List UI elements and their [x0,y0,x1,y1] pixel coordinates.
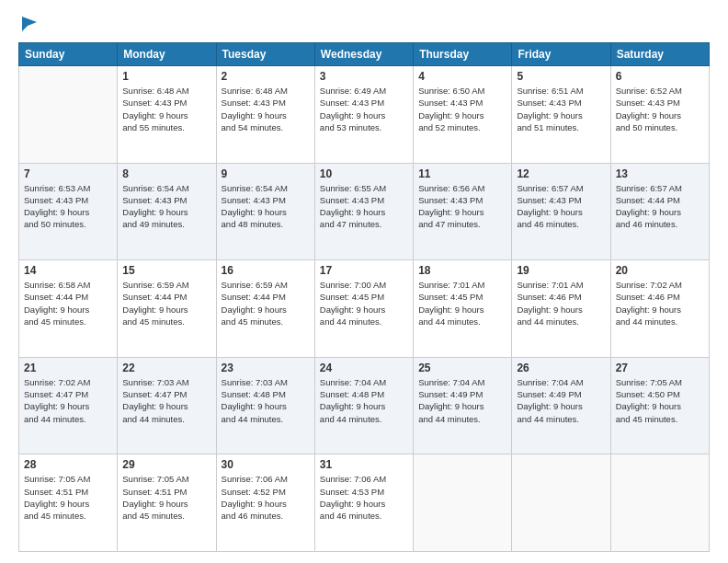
day-info: Sunrise: 7:01 AMSunset: 4:45 PMDaylight:… [418,279,506,327]
logo-flag-icon [20,15,39,33]
day-info-line: Sunset: 4:53 PM [320,487,384,497]
day-number: 9 [222,167,310,180]
day-info-line: and 49 minutes. [122,219,185,229]
day-number: 5 [517,70,605,83]
day-info-line: Sunset: 4:52 PM [222,487,286,497]
day-info: Sunrise: 6:57 AMSunset: 4:44 PMDaylight:… [616,182,704,231]
day-info-line: Sunrise: 6:57 AM [517,183,583,193]
day-info-line: Sunrise: 7:01 AM [517,280,583,290]
calendar-cell: 23Sunrise: 7:03 AMSunset: 4:48 PMDayligh… [216,357,314,454]
day-number: 31 [320,458,408,471]
day-info-line: and 51 minutes. [517,122,579,132]
day-info-line: and 44 minutes. [222,414,284,424]
day-info: Sunrise: 7:05 AMSunset: 4:50 PMDaylight:… [616,376,704,425]
day-info-line: Sunrise: 7:01 AM [418,280,484,290]
day-info-line: and 52 minutes. [418,122,481,132]
day-info-line: and 45 minutes. [122,316,185,327]
day-info: Sunrise: 6:54 AMSunset: 4:43 PMDaylight:… [122,182,210,231]
day-number: 16 [222,264,310,277]
day-info: Sunrise: 7:02 AMSunset: 4:46 PMDaylight:… [616,279,704,327]
calendar-cell: 5Sunrise: 6:51 AMSunset: 4:43 PMDaylight… [512,66,610,164]
day-info-line: and 44 minutes. [517,316,579,327]
day-info-line: Daylight: 9 hours [320,110,385,121]
day-info-line: Daylight: 9 hours [222,304,287,315]
calendar-cell: 31Sunrise: 7:06 AMSunset: 4:53 PMDayligh… [314,454,413,552]
day-number: 14 [24,264,112,277]
day-info-line: and 46 minutes. [517,219,579,229]
day-info-line: Sunrise: 7:04 AM [320,377,386,387]
header-tuesday: Tuesday [216,43,314,66]
day-info-line: Sunrise: 6:59 AM [122,280,188,290]
day-info-line: Sunrise: 6:48 AM [122,86,188,96]
day-info: Sunrise: 6:58 AMSunset: 4:44 PMDaylight:… [24,279,112,327]
day-info-line: Sunrise: 6:57 AM [616,183,682,193]
calendar-cell [512,454,610,552]
day-info-line: and 53 minutes. [320,122,382,132]
day-info-line: Sunset: 4:51 PM [24,487,88,497]
day-info-line: Daylight: 9 hours [517,110,582,121]
day-info-line: Daylight: 9 hours [222,207,287,217]
day-info-line: and 44 minutes. [418,316,481,327]
day-info: Sunrise: 6:55 AMSunset: 4:43 PMDaylight:… [320,182,408,231]
day-info: Sunrise: 6:54 AMSunset: 4:43 PMDaylight:… [222,182,310,231]
day-info: Sunrise: 7:05 AMSunset: 4:51 PMDaylight:… [24,473,112,522]
calendar-cell: 4Sunrise: 6:50 AMSunset: 4:43 PMDaylight… [414,66,512,164]
day-info-line: Daylight: 9 hours [122,401,188,411]
day-info-line: Sunset: 4:47 PM [24,389,88,399]
day-info: Sunrise: 7:03 AMSunset: 4:48 PMDaylight:… [222,376,310,425]
day-info-line: Sunrise: 7:02 AM [24,377,90,387]
day-info-line: Sunrise: 7:04 AM [517,377,583,387]
day-info-line: Sunrise: 6:52 AM [616,86,682,96]
day-info-line: and 45 minutes. [24,316,86,327]
day-info-line: Daylight: 9 hours [616,207,681,217]
day-info-line: Daylight: 9 hours [24,304,89,315]
calendar-cell: 24Sunrise: 7:04 AMSunset: 4:48 PMDayligh… [314,357,413,454]
day-info-line: and 46 minutes. [616,219,678,229]
day-info: Sunrise: 7:04 AMSunset: 4:49 PMDaylight:… [517,376,605,425]
day-number: 21 [24,362,112,374]
day-number: 2 [222,70,310,83]
day-number: 7 [24,167,112,180]
calendar-cell: 27Sunrise: 7:05 AMSunset: 4:50 PMDayligh… [610,357,709,454]
day-info-line: Daylight: 9 hours [418,110,483,121]
day-info-line: Sunset: 4:46 PM [616,292,680,302]
page: SundayMondayTuesdayWednesdayThursdayFrid… [0,0,728,563]
day-info: Sunrise: 7:04 AMSunset: 4:49 PMDaylight:… [418,376,506,425]
day-info-line: and 44 minutes. [320,414,382,424]
day-info-line: Sunset: 4:48 PM [222,389,286,399]
day-info-line: Daylight: 9 hours [24,207,89,217]
calendar-cell: 29Sunrise: 7:05 AMSunset: 4:51 PMDayligh… [118,454,216,552]
day-number: 4 [418,70,506,83]
day-number: 22 [122,362,210,374]
calendar-cell [610,454,709,552]
day-info-line: Sunrise: 7:05 AM [24,474,90,484]
day-info-line: Sunset: 4:43 PM [320,98,384,108]
day-info-line: Daylight: 9 hours [320,401,385,411]
day-info-line: Sunrise: 7:06 AM [222,474,288,484]
day-info-line: Sunrise: 7:03 AM [222,377,288,387]
day-info: Sunrise: 7:06 AMSunset: 4:53 PMDaylight:… [320,473,408,522]
day-info: Sunrise: 6:53 AMSunset: 4:43 PMDaylight:… [24,182,112,231]
day-number: 15 [122,264,210,277]
calendar-week-3: 14Sunrise: 6:58 AMSunset: 4:44 PMDayligh… [19,260,710,358]
day-info-line: and 45 minutes. [616,414,678,424]
calendar-cell: 19Sunrise: 7:01 AMSunset: 4:46 PMDayligh… [512,260,610,358]
day-info-line: Daylight: 9 hours [616,110,681,121]
calendar-cell: 14Sunrise: 6:58 AMSunset: 4:44 PMDayligh… [19,260,118,358]
day-info-line: Daylight: 9 hours [222,110,287,121]
day-number: 8 [122,167,210,180]
day-info-line: Daylight: 9 hours [517,304,582,315]
day-number: 20 [616,264,704,277]
day-info-line: Sunset: 4:43 PM [517,98,581,108]
day-info-line: Sunset: 4:44 PM [222,292,286,302]
day-info-line: and 47 minutes. [320,219,382,229]
day-info-line: Sunrise: 7:03 AM [122,377,188,387]
day-info-line: Sunset: 4:43 PM [616,98,680,108]
calendar-cell: 1Sunrise: 6:48 AMSunset: 4:43 PMDaylight… [118,66,216,164]
day-info-line: Sunset: 4:43 PM [320,195,384,205]
header-monday: Monday [118,43,216,66]
day-info-line: Sunset: 4:44 PM [122,292,187,302]
header-wednesday: Wednesday [314,43,413,66]
logo [18,15,39,33]
day-number: 26 [517,362,605,374]
